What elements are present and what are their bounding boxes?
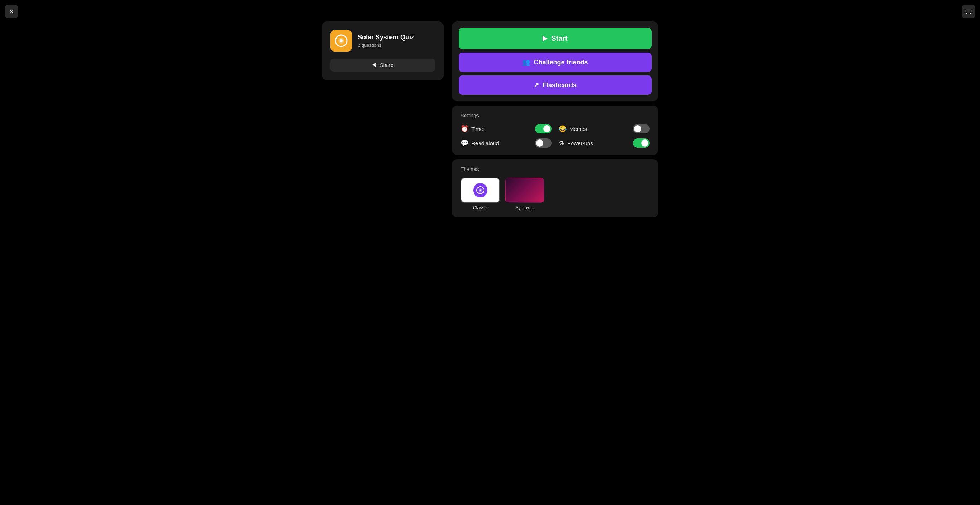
close-button[interactable]: ✕ (5, 5, 18, 18)
theme-classic-label: Classic (461, 205, 500, 210)
quiz-questions: 2 questions (358, 43, 414, 48)
challenge-icon: 👥 (522, 58, 530, 66)
powerups-row: ⚗ Power-ups (559, 139, 649, 148)
theme-classic-icon (473, 183, 487, 198)
themes-panel: Themes Classic (452, 159, 658, 217)
memes-label: 😂 Memes (559, 125, 587, 133)
memes-toggle[interactable] (633, 124, 649, 134)
share-button[interactable]: ⮜ Share (331, 59, 435, 72)
flashcards-icon: ↗ (534, 81, 539, 89)
read-aloud-toggle[interactable] (535, 139, 552, 148)
start-button[interactable]: Start (458, 28, 652, 49)
quiz-title: Solar System Quiz (358, 33, 414, 41)
settings-title: Settings (461, 113, 649, 118)
flashcards-label: Flashcards (542, 81, 577, 89)
expand-button[interactable]: ⛶ (962, 5, 975, 18)
svg-point-2 (340, 39, 343, 42)
action-buttons-panel: Start 👥 Challenge friends ↗ Flashcards (452, 21, 658, 101)
flashcards-button[interactable]: ↗ Flashcards (458, 75, 652, 95)
timer-row: ⏰ Timer (461, 124, 552, 134)
memes-row: 😂 Memes (559, 124, 649, 134)
quiz-info: Solar System Quiz 2 questions (358, 33, 414, 48)
settings-panel: Settings ⏰ Timer 😂 Memes (452, 105, 658, 155)
challenge-friends-button[interactable]: 👥 Challenge friends (458, 53, 652, 72)
themes-title: Themes (461, 166, 649, 172)
settings-grid: ⏰ Timer 😂 Memes 💬 (461, 124, 649, 148)
memes-icon: 😂 (559, 125, 566, 133)
timer-toggle[interactable] (535, 124, 552, 134)
read-aloud-label: 💬 Read aloud (461, 139, 499, 147)
read-aloud-icon: 💬 (461, 139, 469, 147)
start-label: Start (551, 34, 568, 43)
share-icon: ⮜ (372, 62, 377, 68)
main-layout: Solar System Quiz 2 questions ⮜ Share St… (322, 21, 658, 217)
theme-classic[interactable]: Classic (461, 178, 500, 210)
share-label: Share (380, 62, 393, 68)
right-panel: Start 👥 Challenge friends ↗ Flashcards S… (452, 21, 658, 217)
theme-classic-preview (461, 178, 500, 203)
themes-grid: Classic Synthw... (461, 178, 649, 210)
theme-synthwave-preview (505, 178, 544, 203)
powerups-icon: ⚗ (559, 139, 565, 147)
quiz-icon (331, 30, 352, 51)
theme-synthwave[interactable]: Synthw... (505, 178, 544, 210)
challenge-label: Challenge friends (534, 59, 588, 66)
svg-point-5 (480, 190, 481, 191)
powerups-label: ⚗ Power-ups (559, 139, 593, 147)
quiz-card: Solar System Quiz 2 questions ⮜ Share (322, 21, 444, 80)
play-icon (542, 36, 547, 41)
read-aloud-row: 💬 Read aloud (461, 139, 552, 148)
theme-synthwave-label: Synthw... (505, 205, 544, 210)
quiz-card-header: Solar System Quiz 2 questions (331, 30, 435, 51)
timer-label: ⏰ Timer (461, 125, 485, 133)
timer-icon: ⏰ (461, 125, 469, 133)
powerups-toggle[interactable] (633, 139, 649, 148)
